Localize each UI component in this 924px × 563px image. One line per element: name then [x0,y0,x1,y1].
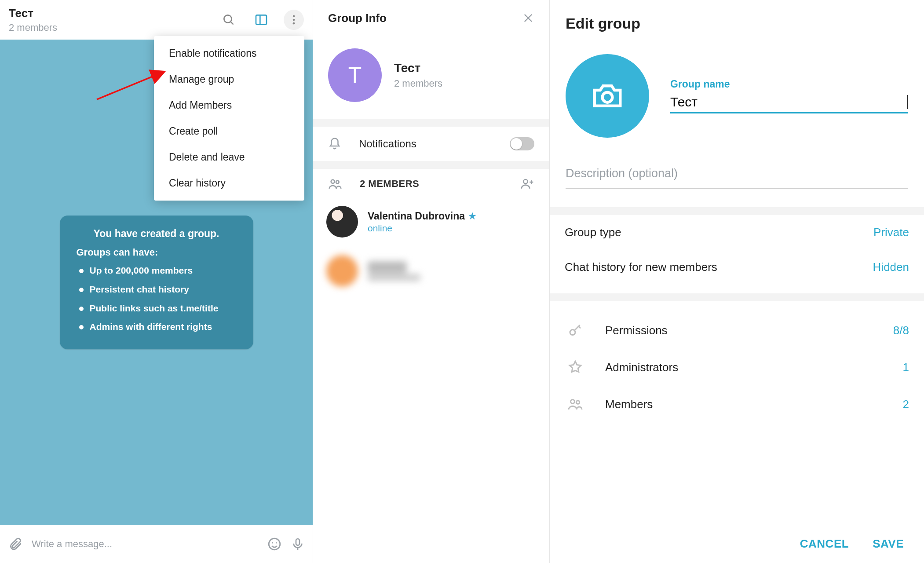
avatar [326,206,358,238]
notifications-label: Notifications [359,138,492,150]
system-message: You have created a group. Groups can hav… [60,216,253,349]
members-header: 2 MEMBERS [313,169,549,199]
list-value: 8/8 [893,324,909,337]
add-member-icon[interactable] [520,177,534,191]
search-icon[interactable] [219,10,239,30]
group-avatar[interactable]: T [328,48,382,102]
svg-point-6 [293,22,295,25]
list-label: Permissions [605,324,874,337]
setting-value: Hidden [873,260,909,274]
list-value: 2 [903,398,909,411]
group-subtitle: 2 members [394,78,442,89]
chat-header: Тест 2 members [0,0,313,40]
administrators-row[interactable]: Administrators 1 [550,349,924,386]
list-value: 1 [903,361,909,374]
menu-delete-and-leave[interactable]: Delete and leave [154,144,304,170]
edit-group-title: Edit group [566,15,908,32]
svg-point-8 [269,538,280,550]
avatar [326,255,358,287]
notifications-toggle[interactable] [510,137,534,150]
svg-line-1 [230,22,233,24]
system-message-bullet: Admins with different rights [77,320,237,334]
list-label: Administrators [605,361,884,374]
menu-create-poll[interactable]: Create poll [154,118,304,144]
member-row[interactable]: Valentina Dubrovina ★ online [313,199,549,245]
save-button[interactable]: SAVE [873,537,904,551]
system-message-headline: You have created a group. [77,228,237,240]
key-icon [565,322,586,338]
group-photo-button[interactable] [566,54,649,138]
group-info-header: Group Info [313,0,549,36]
edit-group-panel: Edit group Group name Description (optio… [550,0,924,563]
voice-icon[interactable] [291,537,305,551]
attach-icon[interactable] [8,537,23,552]
svg-point-22 [571,400,575,404]
group-type-row[interactable]: Group type Private [550,215,924,250]
edit-group-header: Edit group [550,0,924,37]
chat-subtitle: 2 members [9,22,219,33]
menu-manage-group[interactable]: Manage group [154,66,304,92]
svg-point-21 [570,330,575,335]
member-row[interactable] [313,248,549,294]
more-menu-dropdown: Enable notifications Manage group Add Me… [154,36,304,201]
more-menu-button[interactable] [284,10,304,30]
member-status: online [368,223,476,234]
chat-history-row[interactable]: Chat history for new members Hidden [550,250,924,285]
notifications-row[interactable]: Notifications [313,127,549,161]
svg-point-20 [603,92,613,102]
member-status [368,274,420,281]
system-message-bullet: Persistent chat history [77,282,237,297]
group-info-title: Group Info [328,11,522,25]
setting-label: Group type [565,226,873,239]
menu-clear-history[interactable]: Clear history [154,170,304,196]
people-icon [565,396,586,412]
group-name: Тест [394,61,442,75]
people-icon [328,177,342,191]
svg-point-5 [293,19,295,21]
sidebar-toggle-icon[interactable] [251,10,271,30]
svg-point-0 [224,15,231,22]
svg-point-15 [331,180,335,183]
star-icon: ★ [468,211,476,221]
setting-label: Chat history for new members [565,260,873,274]
svg-point-10 [276,542,277,544]
close-icon[interactable] [522,12,534,24]
member-name: Valentina Dubrovina [368,210,465,222]
star-icon [565,359,586,375]
svg-point-16 [336,181,339,184]
emoji-icon[interactable] [267,537,282,552]
group-name-label: Group name [670,78,908,90]
permissions-row[interactable]: Permissions 8/8 [550,312,924,349]
member-name [368,261,407,273]
svg-point-9 [272,542,273,544]
message-composer [0,525,313,563]
group-name-input[interactable] [670,95,906,110]
group-info-panel: Group Info T Тест 2 members Notification… [313,0,550,563]
setting-value: Private [873,226,909,239]
text-caret [907,95,908,109]
menu-enable-notifications[interactable]: Enable notifications [154,40,304,66]
svg-point-17 [523,179,527,183]
system-message-lead: Groups can have: [77,247,237,258]
group-summary: T Тест 2 members [313,36,549,119]
svg-point-23 [576,401,580,404]
message-input[interactable] [32,538,258,550]
svg-rect-2 [256,15,267,24]
members-count-label: 2 MEMBERS [360,178,503,190]
chat-panel: Тест 2 members You have created a group.… [0,0,313,563]
system-message-bullet: Public links such as t.me/title [77,301,237,316]
svg-rect-11 [296,539,299,545]
menu-add-members[interactable]: Add Members [154,92,304,118]
list-label: Members [605,398,884,411]
bell-icon [328,137,341,150]
chat-title[interactable]: Тест [9,7,219,20]
members-row[interactable]: Members 2 [550,386,924,423]
description-input[interactable]: Description (optional) [566,167,908,189]
svg-point-4 [293,15,295,18]
system-message-bullet: Up to 200,000 members [77,263,237,278]
cancel-button[interactable]: CANCEL [800,537,849,551]
